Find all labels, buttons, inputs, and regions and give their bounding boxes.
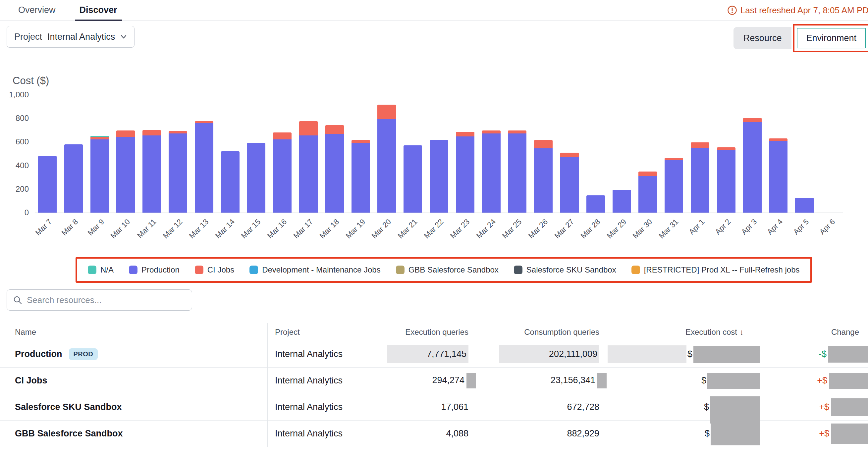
segment-production bbox=[430, 140, 448, 213]
x-axis-label: Mar 18 bbox=[309, 217, 341, 249]
segment-production bbox=[717, 150, 736, 213]
bar-mar-29[interactable] bbox=[613, 190, 631, 213]
x-axis-label: Apr 6 bbox=[805, 217, 837, 249]
legend-label: [RESTRICTED] Prod XL -- Full-Refresh job… bbox=[644, 265, 800, 275]
legend-label: Production bbox=[142, 265, 180, 275]
bar-apr-4[interactable] bbox=[769, 138, 787, 213]
bar-mar-27[interactable] bbox=[560, 153, 579, 213]
bar-mar-11[interactable] bbox=[143, 130, 161, 213]
bar-mar-24[interactable] bbox=[482, 130, 501, 213]
change-sign-positive: +$ bbox=[817, 376, 827, 386]
bar-mar-14[interactable] bbox=[221, 151, 240, 213]
bar-apr-3[interactable] bbox=[743, 118, 762, 213]
bar-mar-23[interactable] bbox=[456, 132, 474, 213]
execution-cost-cell: $ bbox=[604, 422, 760, 445]
bar-mar-30[interactable] bbox=[639, 171, 657, 213]
search-input[interactable] bbox=[27, 295, 186, 305]
highlighted-value: 7,771,145 bbox=[387, 345, 468, 363]
segment-production bbox=[64, 144, 83, 213]
segment-production bbox=[326, 134, 344, 213]
segment-ci-jobs bbox=[377, 105, 396, 119]
segment-ci-jobs bbox=[116, 130, 135, 137]
top-tab-bar: Overview Discover Last refreshed Apr 7, … bbox=[0, 0, 868, 21]
column-header-change[interactable]: Change bbox=[746, 327, 868, 337]
legend-item-gbb-salesforce-sandbox[interactable]: GBB Salesforce Sandbox bbox=[396, 265, 499, 275]
table-row-gbb-salesforce-sandbox[interactable]: GBB Salesforce Sandbox Internal Analytic… bbox=[0, 421, 868, 447]
highlighted-value: 202,111,009 bbox=[499, 345, 599, 363]
chevron-down-icon bbox=[120, 34, 127, 39]
legend-swatch bbox=[631, 265, 640, 274]
table-row-production[interactable]: Production PROD Internal Analytics 7,771… bbox=[0, 341, 868, 367]
bar-mar-28[interactable] bbox=[586, 195, 605, 213]
redacted-change-value bbox=[828, 346, 868, 363]
legend-item-production[interactable]: Production bbox=[129, 265, 180, 275]
bar-mar-31[interactable] bbox=[664, 158, 683, 213]
bar-mar-9[interactable] bbox=[90, 136, 109, 213]
bar-mar-18[interactable] bbox=[326, 125, 344, 213]
cost-currency-prefix: $ bbox=[704, 402, 709, 412]
table-row-ci-jobs[interactable]: CI Jobs Internal Analytics 294,274 23,15… bbox=[0, 367, 868, 394]
bar-mar-26[interactable] bbox=[534, 140, 553, 213]
legend-item-restricted-prod-xl[interactable]: [RESTRICTED] Prod XL -- Full-Refresh job… bbox=[631, 265, 800, 275]
legend-item-ci-jobs[interactable]: CI Jobs bbox=[195, 265, 234, 275]
annotation-box-legend: N/A Production CI Jobs Development - Mai… bbox=[75, 257, 812, 283]
bar-mar-19[interactable] bbox=[351, 140, 370, 213]
bar-apr-1[interactable] bbox=[691, 142, 709, 213]
bar-mar-20[interactable] bbox=[377, 105, 396, 213]
consumption-queries-cell: 672,728 bbox=[473, 402, 604, 412]
execution-cost-cell: $ bbox=[604, 373, 760, 389]
bar-mar-15[interactable] bbox=[247, 143, 266, 213]
bar-mar-13[interactable] bbox=[195, 121, 213, 213]
column-header-project[interactable]: Project bbox=[268, 327, 374, 337]
bar-mar-10[interactable] bbox=[116, 130, 135, 213]
segment-production bbox=[639, 176, 657, 213]
bar-mar-7[interactable] bbox=[38, 156, 57, 213]
column-header-execution-cost[interactable]: Execution cost ↓ bbox=[604, 327, 746, 337]
bar-mar-16[interactable] bbox=[273, 132, 291, 213]
y-axis-tick: 1,000 bbox=[9, 90, 29, 99]
segment-production bbox=[90, 139, 109, 213]
change-cell: +$ bbox=[746, 373, 868, 389]
segment-ci-jobs bbox=[482, 130, 501, 133]
column-header-consumption-queries[interactable]: Consumption queries bbox=[473, 327, 604, 337]
project-cell: Internal Analytics bbox=[268, 402, 374, 412]
cost-currency-prefix: $ bbox=[701, 376, 706, 386]
bar-mar-22[interactable] bbox=[430, 140, 448, 213]
redacted-change-value bbox=[831, 423, 868, 444]
bar-mar-21[interactable] bbox=[404, 146, 422, 213]
segment-production bbox=[691, 148, 709, 213]
x-axis-label: Mar 8 bbox=[48, 217, 80, 249]
resource-toggle-button[interactable]: Resource bbox=[734, 27, 792, 49]
bar-mar-8[interactable] bbox=[64, 144, 83, 213]
segment-production bbox=[299, 135, 318, 213]
x-axis-label: Mar 12 bbox=[152, 217, 184, 249]
segment-ci-jobs bbox=[326, 125, 344, 134]
tab-discover[interactable]: Discover bbox=[80, 0, 117, 21]
legend-item-salesforce-sku-sandbox[interactable]: Salesforce SKU Sandbox bbox=[514, 265, 616, 275]
bar-apr-2[interactable] bbox=[717, 147, 736, 213]
table-row-salesforce-sku-sandbox[interactable]: Salesforce SKU Sandbox Internal Analytic… bbox=[0, 394, 868, 421]
project-cell: Internal Analytics bbox=[268, 428, 374, 439]
legend-item-development-maintenance-jobs[interactable]: Development - Maintenance Jobs bbox=[249, 265, 381, 275]
redacted-change-value bbox=[829, 373, 868, 389]
bar-mar-25[interactable] bbox=[508, 130, 526, 213]
bar-mar-17[interactable] bbox=[299, 121, 318, 213]
column-header-execution-queries[interactable]: Execution queries bbox=[374, 327, 473, 337]
segment-production bbox=[195, 123, 213, 213]
bar-mar-12[interactable] bbox=[168, 131, 187, 213]
chart-title: Cost ($) bbox=[12, 75, 49, 87]
legend-swatch bbox=[396, 265, 404, 274]
y-axis-tick: 600 bbox=[16, 137, 29, 147]
bar-apr-5[interactable] bbox=[795, 198, 814, 213]
resource-name: Salesforce SKU Sandbox bbox=[15, 402, 122, 412]
project-select-dropdown[interactable]: Project Internal Analytics bbox=[7, 26, 134, 48]
project-cell: Internal Analytics bbox=[268, 376, 374, 386]
legend-item-na[interactable]: N/A bbox=[88, 265, 114, 275]
segment-production bbox=[404, 146, 422, 213]
column-header-name[interactable]: Name bbox=[0, 323, 268, 341]
segment-production bbox=[456, 136, 474, 213]
segment-ci-jobs bbox=[299, 121, 318, 135]
tab-overview[interactable]: Overview bbox=[18, 0, 56, 21]
environment-toggle-button[interactable]: Environment bbox=[797, 28, 866, 49]
segment-production bbox=[221, 151, 240, 213]
